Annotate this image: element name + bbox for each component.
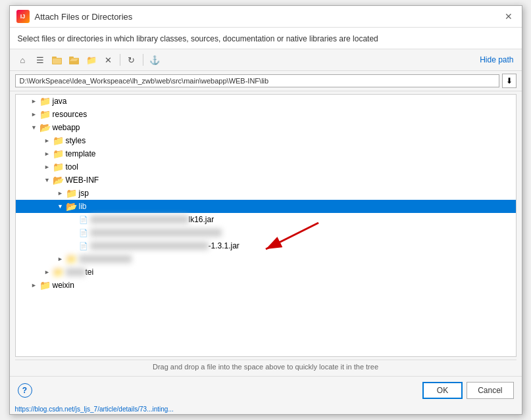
folder-icon-subfolder: 📁 <box>66 254 77 264</box>
label-subfolder <box>79 255 132 263</box>
label-template: template <box>66 149 96 158</box>
toggle-tei[interactable] <box>42 267 53 277</box>
svg-rect-2 <box>53 58 61 64</box>
tree-item-tool[interactable]: 📁 tool <box>16 160 516 174</box>
tree-item-jar3[interactable]: 📄 -1.3.1.jar <box>16 239 516 252</box>
label-jar2 <box>90 229 222 237</box>
label-tool: tool <box>66 162 78 172</box>
toggle-styles[interactable] <box>42 135 53 146</box>
folder-icon-jsp: 📁 <box>66 188 77 198</box>
file-icon-jar3: 📄 <box>79 242 88 250</box>
toggle-lib[interactable] <box>55 201 66 212</box>
open-folder-icon <box>69 55 80 64</box>
cancel-button[interactable]: Cancel <box>467 382 513 399</box>
tree-item-tei[interactable]: 📁 tei <box>16 266 516 279</box>
path-input[interactable] <box>15 74 499 87</box>
tree-item-styles[interactable]: 📁 styles <box>16 134 516 147</box>
label-resources: resources <box>53 110 88 119</box>
jar3-suffix: -1.3.1.jar <box>209 241 240 250</box>
label-webapp: webapp <box>53 123 80 132</box>
tree-item-webinf[interactable]: 📂 WEB-INF <box>16 174 516 187</box>
toggle-weixin[interactable] <box>29 280 39 291</box>
label-jar3 <box>90 242 209 250</box>
label-jar1 <box>90 216 189 223</box>
hide-path-button[interactable]: Hide path <box>477 54 516 66</box>
link-button[interactable]: ⚓ <box>147 52 163 68</box>
ok-button[interactable]: OK <box>422 382 463 399</box>
title-bar: IJ Attach Files or Directories ✕ <box>10 6 522 28</box>
tree-item-jsp[interactable]: 📁 jsp <box>16 187 516 200</box>
folder-icon-webinf: 📂 <box>53 175 64 185</box>
download-button[interactable]: ⬇ <box>502 74 517 88</box>
folder-icon-template: 📁 <box>53 149 64 159</box>
tree-item-jar2[interactable]: 📄 <box>16 226 516 239</box>
delete-button[interactable]: ✕ <box>101 52 116 68</box>
bottom-bar: ? OK Cancel <box>10 376 522 404</box>
drag-hint: Drag and drop a file into the space abov… <box>15 360 517 373</box>
toggle-tool[interactable] <box>42 162 53 172</box>
label-java: java <box>53 97 67 106</box>
label-weixin: weixin <box>53 281 74 290</box>
description-text: Select files or directories in which lib… <box>10 28 522 49</box>
tree-item-java[interactable]: 📁 java <box>16 95 516 108</box>
title-bar-left: IJ Attach Files or Directories <box>16 10 133 23</box>
dialog: IJ Attach Files or Directories ✕ Select … <box>9 5 522 415</box>
label-lib: lib <box>79 202 87 211</box>
tree-item-jar1[interactable]: 📄 lk16.jar <box>16 213 516 226</box>
action-buttons: OK Cancel <box>422 382 514 399</box>
toggle-resources[interactable] <box>29 109 39 120</box>
file-icon-jar2: 📄 <box>79 229 88 237</box>
path-bar: ⬇ <box>10 71 522 91</box>
file-tree[interactable]: 📁 java 📁 resources 📂 webapp 📁 styles 📁 t… <box>15 94 517 357</box>
toggle-webinf[interactable] <box>42 175 53 185</box>
folder-button[interactable] <box>49 52 65 68</box>
label-tei-suffix: tei <box>86 268 94 277</box>
tree-item-resources[interactable]: 📁 resources <box>16 108 516 121</box>
toolbar-separator <box>120 54 120 66</box>
folder-icon-java: 📁 <box>39 96 51 106</box>
toggle-webapp[interactable] <box>29 122 39 133</box>
toolbar-separator-2 <box>143 54 143 66</box>
toggle-template[interactable] <box>42 149 53 159</box>
label-webinf: WEB-INF <box>66 175 99 185</box>
folder-icon-tool: 📁 <box>53 162 64 172</box>
open-folder-button[interactable] <box>66 52 82 68</box>
list-button[interactable]: ☰ <box>32 52 48 68</box>
tree-item-weixin[interactable]: 📁 weixin <box>16 279 516 292</box>
file-icon-jar1: 📄 <box>79 216 88 224</box>
refresh-button[interactable]: ↻ <box>124 52 139 68</box>
folder-icon-webapp: 📂 <box>39 122 51 133</box>
close-button[interactable]: ✕ <box>502 10 515 23</box>
toolbar: ⌂ ☰ 📁 ✕ ↻ ⚓ Hide path <box>10 49 522 71</box>
folder-icon <box>52 55 63 64</box>
toggle-jsp[interactable] <box>55 188 66 198</box>
label-jsp: jsp <box>79 189 89 198</box>
tree-item-template[interactable]: 📁 template <box>16 147 516 160</box>
app-icon: IJ <box>16 10 30 23</box>
tree-item-lib[interactable]: 📂 lib <box>16 200 516 213</box>
folder-icon-styles: 📁 <box>53 135 64 146</box>
toggle-jar3 <box>68 241 79 251</box>
toggle-jar1 <box>68 214 79 225</box>
tree-item-webapp[interactable]: 📂 webapp <box>16 121 516 134</box>
folder-icon-lib: 📂 <box>66 201 77 212</box>
label-tei <box>66 268 86 276</box>
tree-item-subfolder[interactable]: 📁 <box>16 252 516 266</box>
jar1-suffix: lk16.jar <box>189 215 215 224</box>
folder-icon-weixin: 📁 <box>39 280 51 291</box>
label-styles: styles <box>66 136 86 145</box>
folder-icon-tei: 📁 <box>53 267 64 277</box>
toggle-jar2 <box>68 227 79 238</box>
home-button[interactable]: ⌂ <box>15 52 31 68</box>
toggle-java[interactable] <box>29 96 39 106</box>
folder-icon-resources: 📁 <box>39 109 51 120</box>
help-button[interactable]: ? <box>18 383 32 398</box>
status-bar: https://blog.csdn.net/js_ljs_7/article/d… <box>10 404 522 414</box>
dialog-title: Attach Files or Directories <box>35 12 133 22</box>
toggle-subfolder[interactable] <box>55 254 66 264</box>
new-folder-button[interactable]: 📁 <box>84 52 99 68</box>
status-url: https://blog.csdn.net/js_ljs_7/article/d… <box>15 406 174 413</box>
